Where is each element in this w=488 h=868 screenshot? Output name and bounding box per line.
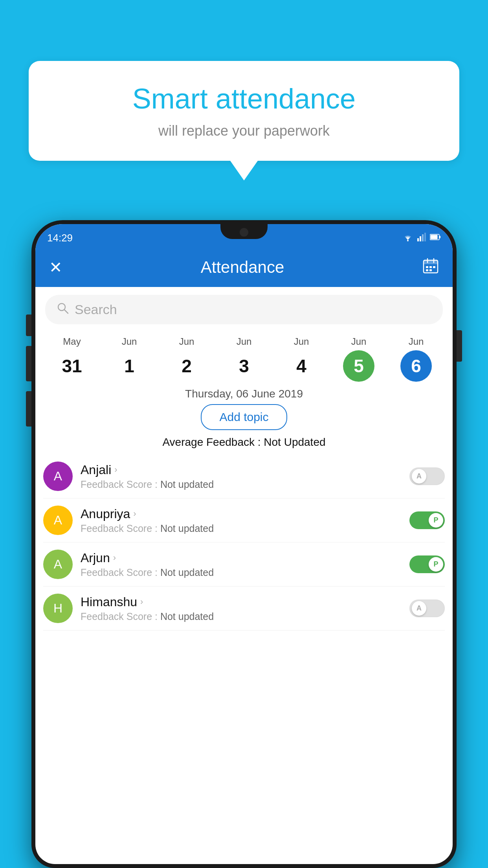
toggle-knob: P: [429, 557, 443, 572]
student-feedback: Feedback Score : Not updated: [81, 567, 402, 578]
search-icon: [57, 302, 69, 317]
calendar-date-number: 6: [400, 350, 432, 382]
selected-date-label: Thursday, 06 June 2019: [35, 388, 453, 400]
phone-side-button-left-2: [26, 346, 31, 381]
toggle-switch[interactable]: A: [409, 467, 445, 485]
toggle-switch[interactable]: P: [409, 555, 445, 573]
phone-notch: [220, 224, 268, 239]
calendar-month-label: May: [63, 336, 81, 347]
student-row[interactable]: AArjun ›Feedback Score : Not updatedP: [43, 542, 445, 587]
app-header: ✕ Attendance: [35, 248, 453, 287]
student-feedback: Feedback Score : Not updated: [81, 523, 402, 534]
student-feedback: Feedback Score : Not updated: [81, 479, 402, 490]
attendance-toggle[interactable]: P: [409, 555, 445, 573]
toggle-switch[interactable]: A: [409, 600, 445, 617]
svg-rect-12: [426, 266, 428, 268]
speech-bubble-subtitle: will replace your paperwork: [52, 123, 436, 139]
status-icons: [402, 233, 441, 243]
phone-side-button-right: [457, 330, 462, 362]
student-avatar: A: [43, 550, 73, 579]
svg-rect-4: [424, 233, 426, 241]
search-bar[interactable]: Search: [45, 295, 443, 324]
avg-feedback-value: Not Updated: [264, 436, 325, 448]
avg-feedback-label: Average Feedback :: [162, 436, 261, 448]
svg-rect-15: [426, 269, 428, 271]
speech-bubble-container: Smart attendance will replace your paper…: [29, 61, 459, 180]
svg-rect-6: [439, 236, 440, 238]
svg-rect-2: [420, 236, 421, 241]
chevron-icon: ›: [133, 509, 136, 519]
student-info: Arjun ›Feedback Score : Not updated: [81, 551, 402, 578]
calendar-month-label: Jun: [351, 336, 367, 347]
svg-rect-13: [429, 266, 432, 268]
svg-rect-14: [433, 266, 435, 268]
calendar-date-number: 5: [343, 350, 374, 382]
chevron-icon: ›: [140, 597, 143, 607]
attendance-toggle[interactable]: A: [409, 600, 445, 617]
speech-bubble-tail: [230, 161, 258, 180]
speech-bubble: Smart attendance will replace your paper…: [29, 61, 459, 161]
calendar-day-3[interactable]: Jun3: [228, 336, 260, 382]
phone-frame: 14:29: [31, 220, 457, 868]
student-row[interactable]: AAnupriya ›Feedback Score : Not updatedP: [43, 498, 445, 542]
phone-side-button-left-3: [26, 391, 31, 427]
calendar-date-number: 1: [114, 350, 145, 382]
student-list: AAnjali ›Feedback Score : Not updatedAAA…: [35, 454, 453, 631]
calendar-icon[interactable]: [422, 257, 439, 278]
student-name: Anjali ›: [81, 463, 402, 477]
calendar-month-label: Jun: [179, 336, 194, 347]
calendar-day-1[interactable]: Jun1: [114, 336, 145, 382]
calendar-date-number: 2: [171, 350, 202, 382]
attendance-toggle[interactable]: A: [409, 467, 445, 485]
svg-rect-7: [431, 235, 438, 239]
add-topic-button[interactable]: Add topic: [201, 404, 287, 430]
phone-camera: [240, 228, 248, 237]
student-info: Himanshu ›Feedback Score : Not updated: [81, 595, 402, 622]
calendar-date-number: 31: [56, 350, 88, 382]
student-info: Anupriya ›Feedback Score : Not updated: [81, 507, 402, 534]
svg-rect-1: [417, 238, 419, 241]
calendar-month-label: Jun: [237, 336, 252, 347]
calendar-month-label: Jun: [122, 336, 137, 347]
calendar-date-number: 4: [286, 350, 317, 382]
student-info: Anjali ›Feedback Score : Not updated: [81, 463, 402, 490]
student-row[interactable]: HHimanshu ›Feedback Score : Not updatedA: [43, 587, 445, 631]
search-input[interactable]: Search: [75, 302, 117, 317]
calendar-strip: May31Jun1Jun2Jun3Jun4Jun5Jun6: [35, 330, 453, 384]
svg-rect-3: [422, 234, 424, 241]
wifi-icon: [402, 233, 413, 243]
calendar-day-2[interactable]: Jun2: [171, 336, 202, 382]
student-name: Arjun ›: [81, 551, 402, 565]
toggle-switch[interactable]: P: [409, 511, 445, 529]
calendar-day-5[interactable]: Jun5: [343, 336, 374, 382]
calendar-day-31[interactable]: May31: [56, 336, 88, 382]
close-button[interactable]: ✕: [49, 258, 62, 276]
svg-rect-9: [424, 260, 438, 264]
chevron-icon: ›: [114, 465, 117, 475]
calendar-month-label: Jun: [294, 336, 309, 347]
status-time: 14:29: [47, 232, 73, 244]
phone-side-button-left-1: [26, 314, 31, 336]
student-feedback: Feedback Score : Not updated: [81, 611, 402, 622]
speech-bubble-title: Smart attendance: [52, 83, 436, 115]
student-avatar: A: [43, 506, 73, 535]
attendance-toggle[interactable]: P: [409, 511, 445, 529]
svg-point-0: [407, 240, 409, 241]
calendar-day-4[interactable]: Jun4: [286, 336, 317, 382]
toggle-knob: A: [412, 469, 426, 484]
avg-feedback: Average Feedback : Not Updated: [35, 436, 453, 449]
svg-line-18: [64, 310, 68, 313]
svg-rect-16: [429, 269, 432, 271]
student-row[interactable]: AAnjali ›Feedback Score : Not updatedA: [43, 454, 445, 498]
phone-screen: 14:29: [35, 224, 453, 864]
student-avatar: H: [43, 594, 73, 623]
toggle-knob: P: [429, 513, 443, 528]
student-name: Himanshu ›: [81, 595, 402, 609]
calendar-day-6[interactable]: Jun6: [400, 336, 432, 382]
student-name: Anupriya ›: [81, 507, 402, 521]
battery-icon: [430, 234, 441, 242]
toggle-knob: A: [412, 601, 426, 616]
calendar-date-number: 3: [228, 350, 260, 382]
app-title: Attendance: [201, 258, 284, 277]
calendar-month-label: Jun: [409, 336, 424, 347]
